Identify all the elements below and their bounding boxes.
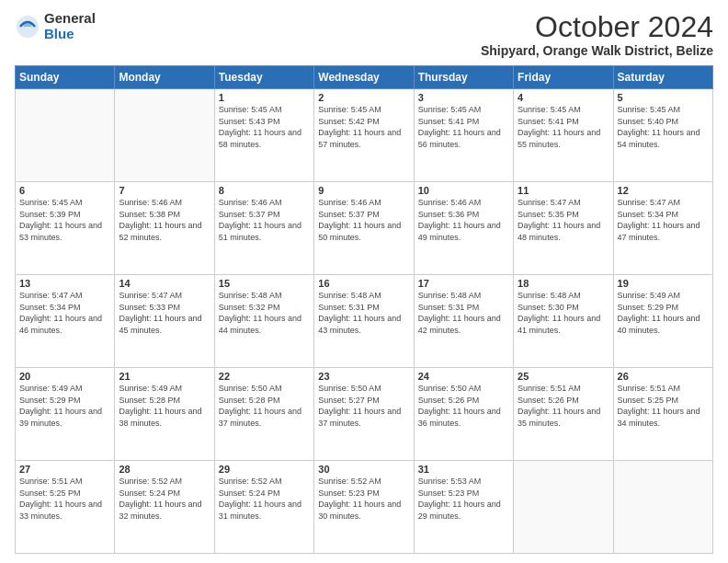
header: General Blue October 2024 Shipyard, Oran… — [15, 11, 713, 58]
day-number: 2 — [318, 92, 409, 103]
day-number: 20 — [19, 371, 110, 382]
calendar-cell: 13Sunrise: 5:47 AMSunset: 5:34 PMDayligh… — [16, 275, 115, 368]
day-number: 27 — [19, 464, 110, 475]
calendar-cell — [514, 461, 613, 554]
day-number: 16 — [318, 278, 409, 289]
header-monday: Monday — [115, 66, 214, 89]
calendar-cell: 3Sunrise: 5:45 AMSunset: 5:41 PMDaylight… — [414, 89, 513, 182]
day-info: Sunrise: 5:51 AMSunset: 5:25 PMDaylight:… — [618, 383, 709, 429]
day-info: Sunrise: 5:47 AMSunset: 5:35 PMDaylight:… — [518, 197, 609, 243]
day-number: 12 — [618, 185, 709, 196]
day-number: 28 — [119, 464, 210, 475]
day-info: Sunrise: 5:48 AMSunset: 5:30 PMDaylight:… — [518, 290, 609, 336]
day-info: Sunrise: 5:53 AMSunset: 5:23 PMDaylight:… — [418, 476, 509, 522]
day-info: Sunrise: 5:45 AMSunset: 5:39 PMDaylight:… — [19, 197, 110, 243]
calendar-cell: 30Sunrise: 5:52 AMSunset: 5:23 PMDayligh… — [314, 461, 414, 554]
day-info: Sunrise: 5:45 AMSunset: 5:41 PMDaylight:… — [418, 104, 509, 150]
header-sunday: Sunday — [16, 66, 115, 89]
calendar-cell: 6Sunrise: 5:45 AMSunset: 5:39 PMDaylight… — [16, 182, 115, 275]
day-number: 31 — [418, 464, 509, 475]
day-info: Sunrise: 5:52 AMSunset: 5:24 PMDaylight:… — [219, 476, 310, 522]
day-number: 18 — [518, 278, 609, 289]
calendar-cell: 9Sunrise: 5:46 AMSunset: 5:37 PMDaylight… — [314, 182, 414, 275]
calendar-cell: 19Sunrise: 5:49 AMSunset: 5:29 PMDayligh… — [613, 275, 712, 368]
day-number: 9 — [318, 185, 409, 196]
day-info: Sunrise: 5:48 AMSunset: 5:31 PMDaylight:… — [318, 290, 409, 336]
day-number: 14 — [119, 278, 210, 289]
logo: General Blue — [15, 11, 96, 41]
day-info: Sunrise: 5:50 AMSunset: 5:28 PMDaylight:… — [219, 383, 310, 429]
day-number: 1 — [219, 92, 310, 103]
day-info: Sunrise: 5:50 AMSunset: 5:27 PMDaylight:… — [318, 383, 409, 429]
day-number: 5 — [618, 92, 709, 103]
calendar-cell: 22Sunrise: 5:50 AMSunset: 5:28 PMDayligh… — [214, 368, 313, 461]
day-info: Sunrise: 5:51 AMSunset: 5:26 PMDaylight:… — [518, 383, 609, 429]
day-info: Sunrise: 5:50 AMSunset: 5:26 PMDaylight:… — [418, 383, 509, 429]
day-info: Sunrise: 5:52 AMSunset: 5:24 PMDaylight:… — [119, 476, 210, 522]
day-number: 24 — [418, 371, 509, 382]
day-info: Sunrise: 5:51 AMSunset: 5:25 PMDaylight:… — [19, 476, 110, 522]
logo-text: General Blue — [44, 11, 96, 41]
calendar-header-row: Sunday Monday Tuesday Wednesday Thursday… — [16, 66, 713, 89]
calendar-cell: 12Sunrise: 5:47 AMSunset: 5:34 PMDayligh… — [613, 182, 712, 275]
calendar-cell: 29Sunrise: 5:52 AMSunset: 5:24 PMDayligh… — [214, 461, 313, 554]
day-number: 6 — [19, 185, 110, 196]
day-info: Sunrise: 5:45 AMSunset: 5:43 PMDaylight:… — [219, 104, 310, 150]
calendar-cell: 28Sunrise: 5:52 AMSunset: 5:24 PMDayligh… — [115, 461, 214, 554]
day-info: Sunrise: 5:46 AMSunset: 5:36 PMDaylight:… — [418, 197, 509, 243]
calendar-cell: 23Sunrise: 5:50 AMSunset: 5:27 PMDayligh… — [314, 368, 414, 461]
calendar-cell: 26Sunrise: 5:51 AMSunset: 5:25 PMDayligh… — [613, 368, 712, 461]
calendar-cell: 18Sunrise: 5:48 AMSunset: 5:30 PMDayligh… — [514, 275, 613, 368]
day-number: 10 — [418, 185, 509, 196]
logo-icon — [15, 14, 40, 40]
day-number: 30 — [318, 464, 409, 475]
day-number: 13 — [19, 278, 110, 289]
header-wednesday: Wednesday — [314, 66, 414, 89]
day-number: 7 — [119, 185, 210, 196]
calendar-cell: 4Sunrise: 5:45 AMSunset: 5:41 PMDaylight… — [514, 89, 613, 182]
month-title: October 2024 — [481, 11, 713, 43]
calendar-cell: 11Sunrise: 5:47 AMSunset: 5:35 PMDayligh… — [514, 182, 613, 275]
location: Shipyard, Orange Walk District, Belize — [481, 43, 713, 58]
title-block: October 2024 Shipyard, Orange Walk Distr… — [481, 11, 713, 58]
calendar-cell — [115, 89, 214, 182]
day-number: 8 — [219, 185, 310, 196]
day-info: Sunrise: 5:49 AMSunset: 5:28 PMDaylight:… — [119, 383, 210, 429]
day-number: 21 — [119, 371, 210, 382]
day-info: Sunrise: 5:49 AMSunset: 5:29 PMDaylight:… — [618, 290, 709, 336]
calendar-week-4: 20Sunrise: 5:49 AMSunset: 5:29 PMDayligh… — [16, 368, 713, 461]
day-number: 29 — [219, 464, 310, 475]
calendar-cell: 10Sunrise: 5:46 AMSunset: 5:36 PMDayligh… — [414, 182, 513, 275]
calendar-cell: 27Sunrise: 5:51 AMSunset: 5:25 PMDayligh… — [16, 461, 115, 554]
day-info: Sunrise: 5:48 AMSunset: 5:31 PMDaylight:… — [418, 290, 509, 336]
day-info: Sunrise: 5:45 AMSunset: 5:41 PMDaylight:… — [518, 104, 609, 150]
calendar-cell: 1Sunrise: 5:45 AMSunset: 5:43 PMDaylight… — [214, 89, 313, 182]
page: General Blue October 2024 Shipyard, Oran… — [0, 0, 728, 563]
day-number: 23 — [318, 371, 409, 382]
calendar-cell: 2Sunrise: 5:45 AMSunset: 5:42 PMDaylight… — [314, 89, 414, 182]
calendar-cell — [613, 461, 712, 554]
day-info: Sunrise: 5:46 AMSunset: 5:37 PMDaylight:… — [318, 197, 409, 243]
day-number: 4 — [518, 92, 609, 103]
day-info: Sunrise: 5:47 AMSunset: 5:34 PMDaylight:… — [19, 290, 110, 336]
day-number: 15 — [219, 278, 310, 289]
calendar-week-1: 1Sunrise: 5:45 AMSunset: 5:43 PMDaylight… — [16, 89, 713, 182]
calendar-cell: 20Sunrise: 5:49 AMSunset: 5:29 PMDayligh… — [16, 368, 115, 461]
calendar-cell: 5Sunrise: 5:45 AMSunset: 5:40 PMDaylight… — [613, 89, 712, 182]
calendar-cell: 24Sunrise: 5:50 AMSunset: 5:26 PMDayligh… — [414, 368, 513, 461]
logo-general-text: General — [44, 11, 96, 27]
calendar-cell: 15Sunrise: 5:48 AMSunset: 5:32 PMDayligh… — [214, 275, 313, 368]
day-number: 26 — [618, 371, 709, 382]
calendar-week-2: 6Sunrise: 5:45 AMSunset: 5:39 PMDaylight… — [16, 182, 713, 275]
calendar-week-3: 13Sunrise: 5:47 AMSunset: 5:34 PMDayligh… — [16, 275, 713, 368]
calendar-cell — [16, 89, 115, 182]
day-number: 3 — [418, 92, 509, 103]
calendar-cell: 16Sunrise: 5:48 AMSunset: 5:31 PMDayligh… — [314, 275, 414, 368]
header-friday: Friday — [514, 66, 613, 89]
day-info: Sunrise: 5:47 AMSunset: 5:33 PMDaylight:… — [119, 290, 210, 336]
day-number: 22 — [219, 371, 310, 382]
logo-blue-text: Blue — [44, 27, 96, 42]
day-info: Sunrise: 5:48 AMSunset: 5:32 PMDaylight:… — [219, 290, 310, 336]
calendar-cell: 8Sunrise: 5:46 AMSunset: 5:37 PMDaylight… — [214, 182, 313, 275]
header-thursday: Thursday — [414, 66, 513, 89]
